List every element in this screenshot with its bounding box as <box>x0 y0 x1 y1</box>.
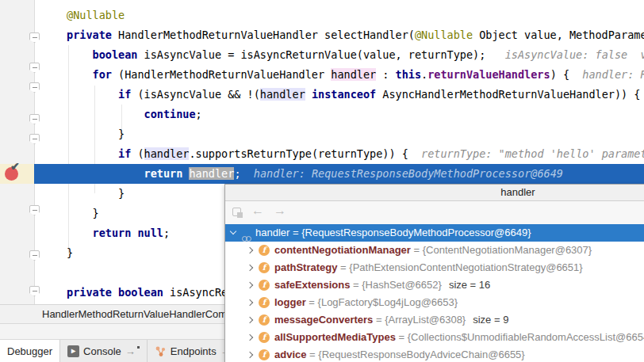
variable-name: logger <box>274 296 306 308</box>
variable-row-allSupportedMediaTypes[interactable]: fallSupportedMediaTypes = {Collections$U… <box>225 329 644 346</box>
variable-name: handler <box>255 227 289 238</box>
popup-title: handler <box>225 185 644 201</box>
variable-name: pathStrategy <box>274 261 337 273</box>
collection-size: size = 9 <box>473 314 508 326</box>
collection-size: size = 16 <box>449 279 490 291</box>
chevron-right-icon[interactable] <box>247 317 253 323</box>
code-line[interactable]: continue; <box>0 105 644 124</box>
variable-name: contentNegotiationManager <box>274 244 411 256</box>
chevron-right-icon[interactable] <box>247 334 253 341</box>
variable-name: allSupportedMediaTypes <box>274 331 396 343</box>
tab-console[interactable]: ▸ Console → <box>60 340 148 362</box>
chevron-right-icon[interactable] <box>247 247 253 253</box>
variable-name: safeExtensions <box>274 279 350 291</box>
code-line[interactable]: boolean isAsyncValue = isAsyncReturnValu… <box>0 45 644 65</box>
field-icon: f <box>259 245 270 256</box>
variable-value: {LogFactory$Log4jLog@6653} <box>318 296 458 308</box>
popup-toolbar: ← → <box>225 201 644 224</box>
field-icon: f <box>259 314 270 326</box>
field-icon: f <box>259 297 270 308</box>
frame-class-label: HandlerMethodReturnValueHandlerCom <box>42 305 227 324</box>
variables-tree: handler = {RequestResponseBodyMethodProc… <box>225 224 644 362</box>
chevron-right-icon[interactable] <box>247 265 253 271</box>
code-line[interactable]: if (handler.supportsReturnType(returnTyp… <box>0 144 644 164</box>
tab-endpoints-label: Endpoints <box>171 345 217 357</box>
variable-name: messageConverters <box>274 314 373 326</box>
code-line[interactable]: for (HandlerMethodReturnValueHandler han… <box>0 65 644 85</box>
variable-value: {ContentNegotiationManager@6307} <box>423 244 592 256</box>
console-icon: ▸ <box>67 345 79 357</box>
variable-row-safeExtensions[interactable]: fsafeExtensions = {HashSet@6652}size = 1… <box>225 276 644 294</box>
variable-row-advice[interactable]: fadvice = {RequestResponseBodyAdviceChai… <box>225 346 644 362</box>
code-line[interactable]: } <box>0 124 644 144</box>
variable-row-handler[interactable]: handler = {RequestResponseBodyMethodProc… <box>225 224 644 242</box>
tab-debugger-label: Debugger <box>7 345 52 357</box>
scroll-to-output-icon: → <box>125 345 140 357</box>
variable-value: {PathExtensionContentNegotiationStrategy… <box>349 261 582 273</box>
field-icon: f <box>259 349 270 360</box>
open-in-variables-view-icon[interactable] <box>232 208 241 216</box>
forward-arrow-icon[interactable]: → <box>274 204 286 218</box>
variable-value: {ArrayList@6308} <box>385 314 466 326</box>
field-icon: f <box>259 332 270 343</box>
variable-value: {HashSet@6652} <box>362 279 442 291</box>
ide-window: @Nullableprivate HandlerMethodReturnValu… <box>0 0 644 362</box>
chevron-right-icon[interactable] <box>247 299 253 306</box>
variable-name: advice <box>274 349 306 360</box>
code-line[interactable]: @Nullable <box>0 6 644 25</box>
debugger-value-popup: handler ← → handler = {RequestResponseBo… <box>224 184 644 362</box>
tab-console-label: Console <box>83 345 121 357</box>
code-line[interactable]: private HandlerMethodReturnValueHandler … <box>0 25 644 45</box>
variable-value: {RequestResponseBodyMethodProcessor@6649… <box>301 227 531 238</box>
breakpoint-verified-check-icon: ✔ <box>10 160 20 173</box>
chevron-down-icon[interactable] <box>230 228 236 234</box>
current-execution-line[interactable]: return handler; handler: RequestResponse… <box>0 164 644 184</box>
variable-row-pathStrategy[interactable]: fpathStrategy = {PathExtensionContentNeg… <box>225 259 644 276</box>
field-icon: f <box>259 280 270 291</box>
chevron-right-icon[interactable] <box>247 282 253 288</box>
variable-row-logger[interactable]: flogger = {LogFactory$Log4jLog@6653} <box>225 294 644 311</box>
field-icon: f <box>259 262 270 273</box>
code-line[interactable]: if (isAsyncValue && !(handler instanceof… <box>0 85 644 105</box>
endpoints-icon <box>155 345 167 357</box>
tab-debugger[interactable]: Debugger <box>0 340 60 362</box>
variable-row-contentNegotiationManager[interactable]: fcontentNegotiationManager = {ContentNeg… <box>225 242 644 259</box>
variable-value: {Collections$UnmodifiableRandomAccessLis… <box>408 331 644 343</box>
variable-value: {RequestResponseBodyAdviceChain@6655} <box>318 349 524 360</box>
variable-row-messageConverters[interactable]: fmessageConverters = {ArrayList@6308}siz… <box>225 311 644 329</box>
chevron-right-icon[interactable] <box>247 352 253 358</box>
back-arrow-icon[interactable]: ← <box>251 204 264 218</box>
